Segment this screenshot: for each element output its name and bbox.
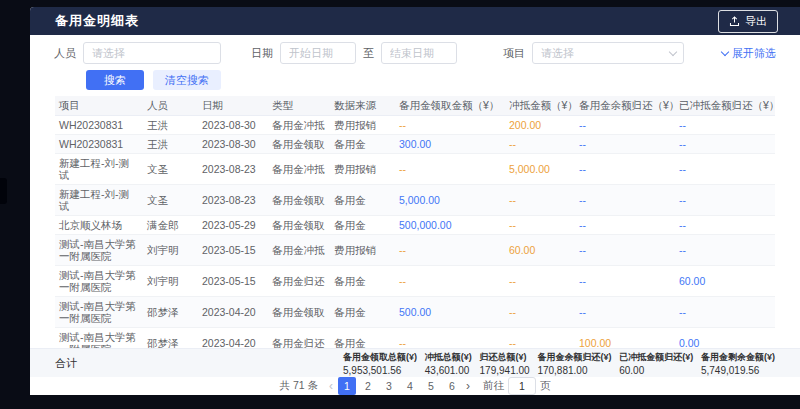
table-row[interactable]: 测试-南昌大学第一附属医院刘宇明2023-05-15备用金冲抵费用报销--60.… bbox=[55, 234, 775, 265]
page-title: 备用金明细表 bbox=[55, 12, 139, 30]
project-filter-label: 项目 bbox=[503, 46, 525, 61]
summary-item: 备用金剩余金额(¥)5,749,019.56 bbox=[701, 351, 775, 376]
summary-item: 归还总额(¥)179,941.00 bbox=[480, 351, 530, 376]
amount-cell: 100.00 bbox=[575, 327, 675, 348]
search-button[interactable]: 搜索 bbox=[86, 70, 144, 90]
amount-cell: -- bbox=[675, 215, 775, 234]
amount-cell: -- bbox=[575, 184, 675, 215]
expand-filter-label: 展开筛选 bbox=[732, 46, 776, 61]
amount-cell: 60.00 bbox=[675, 265, 775, 296]
data-table: 项目人员日期类型数据来源备用金领取金额（¥）冲抵金额（¥）备用金余额归还（¥）已… bbox=[55, 96, 775, 348]
page-button[interactable]: 4 bbox=[401, 377, 419, 395]
amount-cell: -- bbox=[395, 234, 505, 265]
amount-cell: 500.00 bbox=[395, 296, 505, 327]
table-row[interactable]: 新建工程-刘-测试文圣2023-08-23备用金冲抵费用报销--5,000.00… bbox=[55, 153, 775, 184]
project-filter-select[interactable] bbox=[532, 42, 684, 64]
sidebar-collapse-handle[interactable] bbox=[0, 178, 7, 204]
source-cell: 费用报销 bbox=[330, 115, 395, 134]
project-filter: 项目 bbox=[503, 42, 684, 64]
export-button[interactable]: 导出 bbox=[718, 10, 778, 33]
date-cell: 2023-04-20 bbox=[198, 296, 268, 327]
amount-cell: -- bbox=[395, 153, 505, 184]
page-button[interactable]: 2 bbox=[359, 377, 377, 395]
export-icon bbox=[729, 16, 740, 27]
source-cell: 费用报销 bbox=[330, 234, 395, 265]
person-cell: 文圣 bbox=[143, 184, 198, 215]
type-cell: 备用金冲抵 bbox=[268, 234, 330, 265]
amount-cell: -- bbox=[505, 134, 575, 153]
summary-item-label: 已冲抵金额归还(¥) bbox=[619, 351, 693, 364]
date-cell: 2023-05-15 bbox=[198, 265, 268, 296]
next-page-button[interactable]: › bbox=[466, 380, 470, 392]
date-end-input[interactable] bbox=[381, 42, 457, 64]
clear-search-button[interactable]: 清空搜索 bbox=[153, 70, 221, 90]
action-bar: 搜索 清空搜索 bbox=[86, 70, 776, 90]
table-row[interactable]: 测试-南昌大学第一附属医院邵梦泽2023-04-20备用金领取备用金500.00… bbox=[55, 296, 775, 327]
amount-cell: -- bbox=[675, 234, 775, 265]
summary-item-value: 179,941.00 bbox=[480, 365, 530, 376]
amount-cell: -- bbox=[575, 265, 675, 296]
date-filter: 日期 至 bbox=[251, 42, 457, 64]
project-cell: 测试-南昌大学第一附属医院 bbox=[55, 296, 143, 327]
amount-cell: 500,000.00 bbox=[395, 215, 505, 234]
project-cell: 测试-南昌大学第一附属医院 bbox=[55, 265, 143, 296]
column-header: 备用金领取金额（¥） bbox=[395, 96, 505, 115]
type-cell: 备用金冲抵 bbox=[268, 115, 330, 134]
summary-bar: 合计 备用金领取总额(¥)5,953,501.56冲抵总额(¥)43,601.0… bbox=[30, 348, 800, 377]
project-cell: 测试-南昌大学第一附属医院 bbox=[55, 234, 143, 265]
page-button[interactable]: 3 bbox=[380, 377, 398, 395]
project-cell: 新建工程-刘-测试 bbox=[55, 153, 143, 184]
date-cell: 2023-08-30 bbox=[198, 134, 268, 153]
table-header-row: 项目人员日期类型数据来源备用金领取金额（¥）冲抵金额（¥）备用金余额归还（¥）已… bbox=[55, 96, 775, 115]
summary-item-value: 43,601.00 bbox=[425, 365, 472, 376]
table-row[interactable]: WH20230831王洪2023-08-30备用金领取备用金300.00----… bbox=[55, 134, 775, 153]
report-window: 备用金明细表 导出 人员 日期 至 项目 bbox=[30, 7, 800, 395]
summary-total-label: 合计 bbox=[55, 356, 343, 371]
table-row[interactable]: 北京顺义林场满金郎2023-05-29备用金领取备用金500,000.00---… bbox=[55, 215, 775, 234]
app-screen: 备用金明细表 导出 人员 日期 至 项目 bbox=[0, 0, 800, 409]
date-cell: 2023-05-29 bbox=[198, 215, 268, 234]
goto-page-input[interactable] bbox=[508, 377, 536, 395]
table-row[interactable]: WH20230831王洪2023-08-30备用金冲抵费用报销--200.00-… bbox=[55, 115, 775, 134]
summary-item: 冲抵总额(¥)43,601.00 bbox=[425, 351, 472, 376]
date-filter-label: 日期 bbox=[251, 46, 273, 61]
filter-bar: 人员 日期 至 项目 展开筛选 bbox=[54, 42, 776, 64]
export-button-label: 导出 bbox=[745, 14, 767, 29]
person-cell: 邵梦泽 bbox=[143, 296, 198, 327]
source-cell: 备用金 bbox=[330, 265, 395, 296]
summary-item-value: 60.00 bbox=[619, 365, 693, 376]
amount-cell: -- bbox=[575, 215, 675, 234]
summary-item-label: 冲抵总额(¥) bbox=[425, 351, 472, 364]
amount-cell: -- bbox=[675, 115, 775, 134]
topbar: 备用金明细表 导出 bbox=[30, 7, 800, 35]
type-cell: 备用金冲抵 bbox=[268, 153, 330, 184]
table-row[interactable]: 新建工程-刘-测试文圣2023-08-23备用金领取备用金5,000.00---… bbox=[55, 184, 775, 215]
expand-filter-link[interactable]: 展开筛选 bbox=[722, 46, 776, 61]
amount-cell: -- bbox=[675, 134, 775, 153]
prev-page-button[interactable]: ‹ bbox=[329, 380, 333, 392]
summary-item-value: 5,953,501.56 bbox=[343, 365, 417, 376]
table-row[interactable]: 测试-南昌大学第一附属医院刘宇明2023-05-15备用金归还备用金------… bbox=[55, 265, 775, 296]
pagination-bar: 共 71 条 ‹ 123456 › 前往 页 bbox=[30, 377, 800, 395]
source-cell: 备用金 bbox=[330, 327, 395, 348]
type-cell: 备用金归还 bbox=[268, 265, 330, 296]
amount-cell: -- bbox=[395, 327, 505, 348]
type-cell: 备用金归还 bbox=[268, 327, 330, 348]
summary-item-label: 备用金余额归还(¥) bbox=[537, 351, 611, 364]
column-header: 冲抵金额（¥） bbox=[505, 96, 575, 115]
summary-item-value: 170,881.00 bbox=[537, 365, 611, 376]
page-button[interactable]: 1 bbox=[338, 377, 356, 395]
date-start-input[interactable] bbox=[280, 42, 356, 64]
page-button[interactable]: 6 bbox=[443, 377, 461, 395]
amount-cell: -- bbox=[575, 134, 675, 153]
amount-cell: 60.00 bbox=[505, 234, 575, 265]
goto-prefix-label: 前往 bbox=[483, 379, 504, 393]
person-filter-input[interactable] bbox=[83, 42, 221, 64]
date-cell: 2023-08-23 bbox=[198, 184, 268, 215]
table-row[interactable]: 测试-南昌大学第一附属医院邵梦泽2023-04-20备用金归还备用金----10… bbox=[55, 327, 775, 348]
amount-cell: -- bbox=[575, 234, 675, 265]
source-cell: 费用报销 bbox=[330, 153, 395, 184]
page-button[interactable]: 5 bbox=[422, 377, 440, 395]
date-cell: 2023-08-30 bbox=[198, 115, 268, 134]
amount-cell: -- bbox=[505, 296, 575, 327]
